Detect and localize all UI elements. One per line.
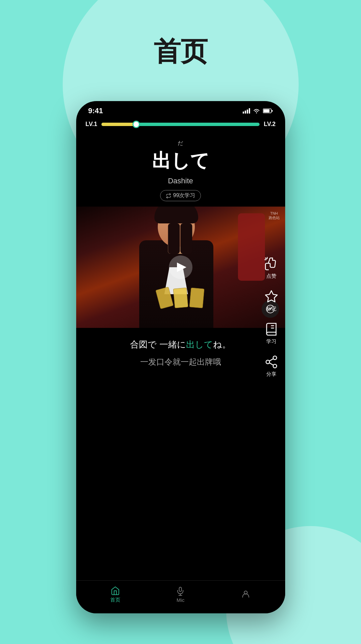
svg-rect-2	[247, 110, 248, 114]
bottom-navigation: 首页 Mic	[76, 580, 285, 613]
bookmark-action[interactable]: 标记	[264, 289, 279, 312]
bookmark-icon-container	[264, 289, 279, 304]
share-icon-container	[264, 354, 279, 370]
wifi-icon	[253, 108, 260, 114]
bookmark-label: 标记	[266, 306, 276, 312]
svg-point-18	[273, 364, 277, 368]
nav-profile[interactable]	[241, 589, 251, 600]
word-romaji: Dashite	[83, 177, 278, 185]
status-time: 9:41	[88, 106, 103, 115]
study-action[interactable]: 学习	[264, 321, 279, 345]
video-watermark: TNH 跑色站	[269, 211, 280, 220]
study-icon-container	[264, 321, 279, 337]
share-label: 分享	[266, 371, 276, 377]
video-area: TNH 跑色站	[76, 207, 285, 328]
page-title: 首页	[0, 34, 361, 70]
svg-rect-0	[243, 112, 244, 114]
svg-line-12	[265, 258, 266, 259]
svg-rect-7	[272, 110, 273, 112]
nav-home-label: 首页	[110, 597, 120, 603]
like-label: 点赞	[266, 273, 276, 279]
svg-rect-1	[245, 111, 246, 114]
play-button[interactable]	[169, 255, 192, 279]
subtitle-highlight: 出して	[186, 339, 213, 349]
share-icon	[264, 355, 278, 369]
study-label: 学习	[266, 338, 276, 345]
level-progress-bar: LV.1 LV.2	[76, 118, 285, 133]
share-action[interactable]: 分享	[264, 354, 279, 377]
thumbs-up-icon	[264, 257, 278, 271]
svg-rect-3	[249, 108, 250, 114]
svg-point-4	[256, 113, 257, 114]
floating-side-actions: 点赞 标记 学习	[264, 256, 279, 377]
mic-icon	[175, 586, 185, 596]
like-action[interactable]: 点赞	[264, 256, 279, 279]
subtitle-section: 合図で 一緒に出してね。 一发口令就一起出牌哦	[76, 328, 285, 375]
svg-marker-13	[265, 291, 277, 302]
progress-track	[101, 123, 260, 126]
svg-line-20	[269, 359, 273, 361]
signal-icon	[243, 108, 250, 114]
nav-home[interactable]: 首页	[110, 586, 120, 603]
level-start-label: LV.1	[86, 121, 97, 128]
phone-mockup: 9:41 LV.1	[76, 101, 285, 613]
svg-point-17	[266, 360, 270, 364]
svg-rect-6	[263, 110, 269, 113]
word-furigana: だ	[83, 140, 278, 147]
subtitle-japanese: 合図で 一緒に出してね。	[96, 338, 265, 351]
word-main: 出して	[83, 148, 278, 174]
svg-line-19	[269, 363, 273, 365]
progress-fill	[101, 123, 136, 126]
home-icon	[110, 586, 120, 595]
word-section: だ 出して Dashite 99次学习	[76, 133, 285, 207]
repeat-icon	[166, 193, 171, 198]
nav-mic-label: Mic	[177, 597, 184, 603]
level-end-label: LV.2	[264, 121, 275, 128]
subtitle-chinese: 一发口令就一起出牌哦	[96, 356, 265, 368]
book-icon	[264, 322, 278, 336]
study-count-badge[interactable]: 99次学习	[160, 190, 201, 201]
play-icon	[177, 263, 186, 272]
star-icon	[264, 289, 278, 304]
study-count-text: 99次学习	[173, 192, 195, 199]
like-icon-container	[264, 256, 279, 272]
nav-mic[interactable]: Mic	[175, 586, 185, 603]
svg-point-16	[273, 356, 277, 360]
profile-icon	[241, 589, 251, 599]
status-icons	[243, 108, 273, 114]
svg-rect-21	[179, 587, 182, 591]
status-bar: 9:41	[76, 101, 285, 118]
battery-icon	[263, 108, 273, 114]
progress-thumb	[132, 121, 140, 128]
